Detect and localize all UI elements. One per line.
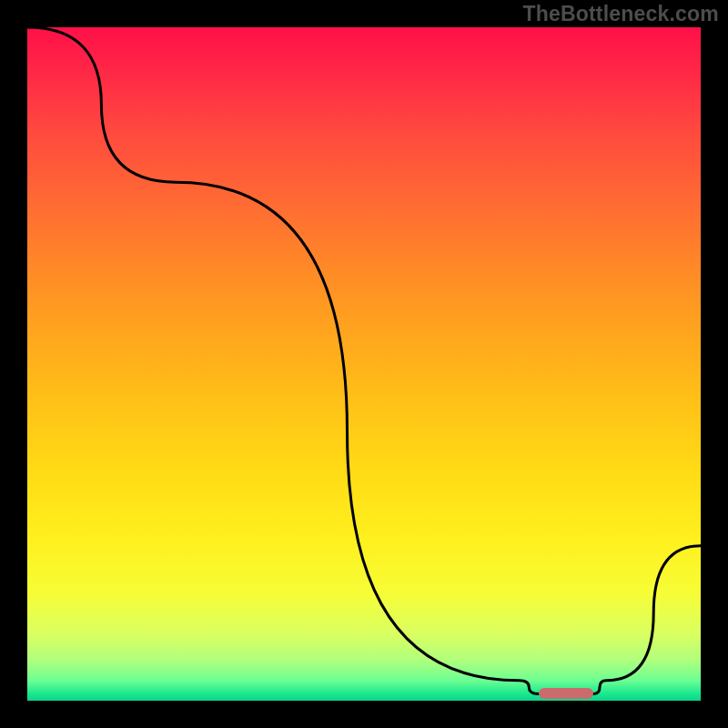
optimal-range-marker	[539, 688, 592, 699]
plot-area	[27, 27, 701, 701]
curve-path	[27, 27, 701, 694]
watermark-text: TheBottleneck.com	[522, 2, 719, 26]
bottleneck-curve	[27, 27, 701, 701]
chart-frame: TheBottleneck.com	[0, 0, 728, 728]
